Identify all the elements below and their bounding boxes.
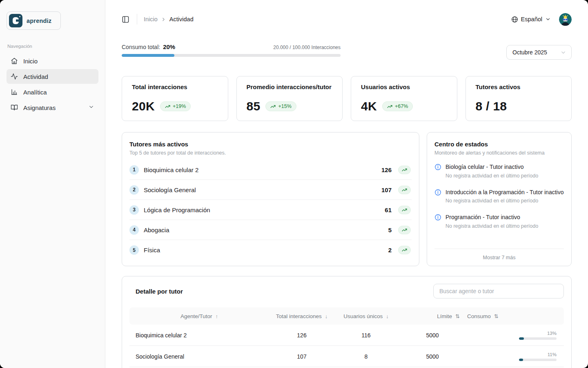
table-column-header[interactable]: Consumo ⇅ bbox=[467, 313, 564, 319]
info-icon bbox=[434, 189, 441, 196]
sidebar-item-analitica[interactable]: Analítica bbox=[7, 85, 98, 99]
rank-badge: 4 bbox=[129, 225, 139, 235]
stat-card-value: 85 bbox=[247, 99, 261, 113]
trend-badge: +15% bbox=[265, 101, 296, 111]
cell-limit: 5000 bbox=[398, 353, 467, 360]
table-column-header[interactable]: Total interacciones ↓ bbox=[269, 313, 334, 319]
list-item: 3 Lógica de Programación 61 bbox=[129, 200, 412, 220]
cell-agent: Sociología General bbox=[129, 353, 269, 360]
show-more-button[interactable]: Mostrar 7 más bbox=[434, 249, 564, 266]
trend-pill bbox=[398, 166, 411, 174]
status-center-title: Centro de estados bbox=[434, 141, 564, 148]
top-tutors-list: 1 Bioquimica celular 2 126 2 bbox=[129, 160, 412, 260]
column-label: Límite bbox=[437, 313, 452, 319]
topbar-right: Español bbox=[511, 13, 572, 26]
trend-pill bbox=[398, 186, 411, 194]
stat-card-title: Total interacciones bbox=[132, 83, 219, 90]
table-column-header[interactable]: Límite ⇅ bbox=[398, 313, 467, 319]
info-icon bbox=[434, 164, 441, 171]
tutor-name: Abogacia bbox=[144, 227, 169, 233]
breadcrumb-inicio[interactable]: Inicio bbox=[144, 16, 158, 22]
cell-agent: Bioquimica celular 2 bbox=[129, 332, 269, 339]
stat-cards: Total interacciones 20K +19% Promedio in… bbox=[122, 76, 572, 121]
logo[interactable]: aprendiz bbox=[7, 11, 61, 30]
column-label: Usuarios únicos bbox=[343, 313, 383, 319]
consumption-percent-label: 11% bbox=[548, 352, 557, 357]
chevron-down-icon bbox=[545, 16, 551, 22]
table-column-header[interactable]: Usuarios únicos ↓ bbox=[334, 313, 398, 319]
sidebar-item-inicio[interactable]: Inicio bbox=[7, 54, 98, 68]
bar-chart-icon bbox=[11, 88, 18, 96]
trending-up-icon bbox=[387, 104, 392, 109]
trending-up-icon bbox=[165, 104, 170, 109]
tutor-name: Lógica de Programación bbox=[144, 206, 210, 213]
period-select[interactable]: Octubre 2025 bbox=[506, 45, 572, 60]
table-row: Bioquimica celular 2 126 116 5000 13% bbox=[129, 325, 564, 346]
topbar: Inicio Actividad Español bbox=[122, 12, 572, 26]
status-item: Programación - Tutor inactivo No registr… bbox=[434, 213, 564, 229]
status-item-desc: No registra actividad en el último perío… bbox=[445, 198, 564, 204]
top-tutors-subtitle: Top 5 de tutores por total de interaccio… bbox=[129, 150, 412, 156]
avatar[interactable] bbox=[559, 13, 572, 26]
consumption-percent-label: 13% bbox=[547, 331, 557, 336]
status-item-desc: No registra actividad en el último perío… bbox=[445, 173, 538, 179]
table-row: Sociología General 107 8 5000 11% bbox=[129, 346, 564, 367]
language-label: Español bbox=[521, 16, 542, 22]
trending-up-icon bbox=[270, 104, 276, 109]
list-item: 2 Sociología General 107 bbox=[129, 180, 412, 200]
list-item: 4 Abogacia 5 bbox=[129, 220, 412, 240]
stat-card-value: 20K bbox=[132, 99, 155, 113]
trend-badge-value: +19% bbox=[173, 103, 186, 109]
table-column-header[interactable]: Agente/Tutor ↑ bbox=[129, 313, 269, 319]
sidebar-item-label: Actividad bbox=[23, 73, 48, 80]
table-header: Agente/Tutor ↑ Total interacciones ↓ Usu… bbox=[129, 307, 564, 325]
sort-icon: ⇅ bbox=[455, 313, 460, 319]
cell-unique-users: 8 bbox=[334, 353, 398, 360]
globe-icon bbox=[511, 16, 518, 23]
consumption-row: Consumo total: 20% 20.000 / 100.000 Inte… bbox=[122, 43, 572, 60]
trending-up-icon bbox=[402, 227, 407, 233]
search-input[interactable] bbox=[433, 284, 564, 298]
home-icon bbox=[11, 57, 18, 65]
consumption-block: Consumo total: 20% 20.000 / 100.000 Inte… bbox=[122, 43, 341, 57]
column-label: Total interacciones bbox=[276, 313, 322, 319]
list-item: 1 Bioquimica celular 2 126 bbox=[129, 160, 412, 180]
tutor-name: Sociología General bbox=[144, 186, 196, 193]
trend-pill bbox=[398, 206, 411, 214]
sidebar-item-label: Inicio bbox=[23, 58, 38, 65]
cell-consumption: 11% bbox=[467, 352, 564, 361]
sidebar-item-asignaturas[interactable]: Asignaturas bbox=[7, 100, 98, 115]
trending-up-icon bbox=[402, 187, 407, 193]
rank-badge: 3 bbox=[129, 205, 139, 215]
stat-card: Usuarios activos 4K +67% bbox=[351, 76, 457, 121]
breadcrumb-current: Actividad bbox=[169, 16, 194, 22]
chevron-down-icon bbox=[88, 104, 94, 111]
trend-pill bbox=[398, 226, 411, 234]
stat-card-title: Tutores activos bbox=[476, 83, 563, 90]
rank-badge: 2 bbox=[129, 185, 139, 195]
nav-section-label: Navegación bbox=[7, 44, 98, 49]
detail-table-panel: Detalle por tutor Agente/Tutor ↑ Total i… bbox=[122, 276, 572, 368]
trend-badge-value: +15% bbox=[278, 103, 291, 109]
language-selector[interactable]: Español bbox=[511, 16, 551, 23]
list-item: 5 Física 2 bbox=[129, 240, 412, 260]
stat-card: Tutores activos 8 / 18 bbox=[466, 76, 572, 121]
sidebar-item-actividad[interactable]: Actividad bbox=[7, 69, 98, 84]
trending-up-icon bbox=[402, 247, 407, 253]
consumption-detail: 20.000 / 100.000 Interacciones bbox=[273, 45, 341, 50]
cell-consumption: 13% bbox=[467, 331, 564, 340]
sidebar-item-label: Analítica bbox=[23, 89, 47, 96]
period-select-value: Octubre 2025 bbox=[512, 49, 547, 56]
status-item-title: Introducción a la Programación - Tutor i… bbox=[445, 188, 564, 197]
stat-card-value: 8 / 18 bbox=[476, 99, 507, 113]
status-item-desc: No registra actividad en el último perío… bbox=[445, 223, 538, 229]
sort-icon: ↓ bbox=[325, 313, 328, 319]
aprendiz-logo-icon bbox=[9, 14, 22, 27]
rank-badge: 5 bbox=[129, 245, 139, 255]
cell-limit: 5000 bbox=[398, 332, 467, 339]
divider bbox=[137, 14, 137, 25]
cell-interactions: 126 bbox=[269, 332, 334, 339]
stat-card-value: 4K bbox=[361, 99, 377, 113]
book-open-icon bbox=[11, 104, 18, 111]
sidebar-toggle-icon[interactable] bbox=[122, 16, 129, 23]
